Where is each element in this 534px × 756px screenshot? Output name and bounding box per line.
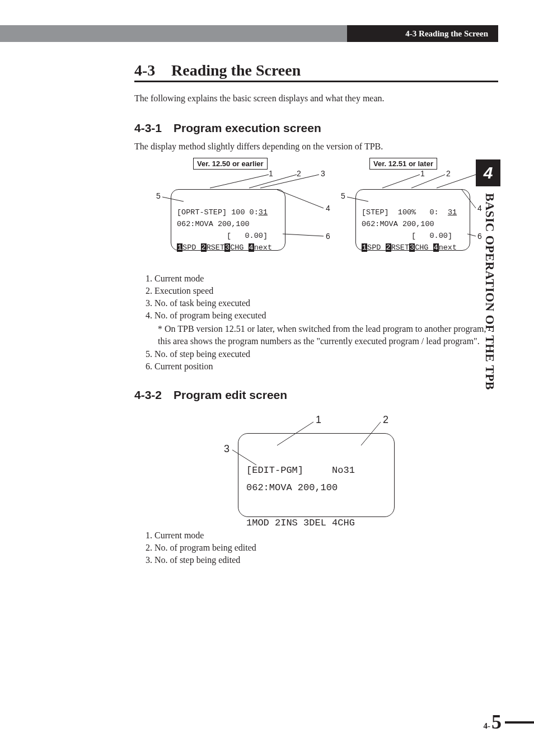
efk3-num: 3 (303, 518, 309, 528)
callout-b4: 4 (477, 204, 482, 213)
fk2b-txt: RSET (391, 243, 409, 252)
exec-legend-2: 5. No. of step being executed 6. Current… (146, 349, 498, 372)
legend-item: 4. No. of program being executed (146, 311, 498, 321)
callout-b5: 5 (341, 191, 345, 200)
lcd-a-line1a: [OPRT-STEP] 100 0: (177, 208, 259, 217)
efk4-num: 4 (332, 518, 338, 528)
fk3b-txt: CHG (415, 243, 433, 252)
intro-paragraph: The following explains the basic screen … (134, 92, 498, 105)
legend-item: 5. No. of step being executed (146, 349, 498, 359)
callout-3: 3 (321, 169, 325, 178)
fk4-txt: next (254, 243, 272, 252)
svg-line-7 (411, 175, 445, 188)
svg-line-0 (210, 175, 269, 188)
running-head: 4-3 Reading the Screen (347, 25, 498, 42)
callout-4: 4 (326, 204, 330, 213)
efk2-num: 2 (275, 518, 280, 528)
version-label-b: Ver. 12.51 or later (369, 158, 437, 170)
callout-e2: 2 (383, 414, 388, 426)
subsection-title-2: Program edit screen (174, 388, 287, 402)
fk4b-num: 4 (433, 243, 439, 252)
subsection-intro: The display method slightly differs depe… (134, 140, 498, 153)
callout-b6: 6 (477, 232, 482, 241)
callout-6: 6 (326, 232, 330, 241)
legend-item: 1. Current mode (146, 274, 498, 284)
efk1-txt: MOD (252, 518, 275, 528)
lcd-e-line1a: [EDIT-PGM] (246, 465, 332, 476)
lcd-a-line1b: 31 (259, 208, 268, 217)
efk1-num: 1 (246, 518, 252, 528)
efk3-txt: DEL (309, 518, 332, 528)
edit-legend: 1. Current mode 2. No. of program being … (146, 530, 498, 565)
callout-e3: 3 (224, 443, 229, 455)
edit-screen-diagram: [EDIT-PGM] No31 062:MOVA 200,100 1MOD 2I… (134, 412, 498, 524)
efk4-txt: CHG (338, 518, 355, 528)
exec-legend: 1. Current mode 2. Execution speed 3. No… (146, 274, 498, 321)
callout-5: 5 (156, 191, 161, 200)
fk3b-num: 3 (409, 243, 415, 252)
callout-1: 1 (269, 169, 273, 178)
fk4-num: 4 (249, 243, 254, 252)
page-prefix: 4- (484, 721, 491, 731)
lcd-a-line3: [ 0.00] (177, 232, 268, 240)
fk2-num: 2 (201, 243, 207, 252)
lcd-b-line1b: 31 (448, 208, 457, 217)
section-title: Reading the Screen (171, 62, 301, 79)
callout-e1: 1 (316, 414, 321, 426)
legend-item: 6. Current position (146, 361, 498, 372)
section-heading: 4-3 Reading the Screen (134, 62, 498, 82)
page-footer-rule (505, 721, 534, 724)
legend-item: 3. No. of task being executed (146, 298, 498, 308)
top-bar-gray (0, 25, 347, 42)
fk2-txt: RSET (207, 243, 224, 252)
subsection-number-2: 4-3-2 (134, 388, 174, 402)
svg-line-8 (437, 175, 476, 188)
fk3-txt: CHG (230, 243, 248, 252)
lcd-b-line3: [ 0.00] (362, 232, 452, 240)
fk1b-txt: SPD (367, 243, 385, 252)
lcd-b-line1a: [STEP] 100% 0: (362, 208, 448, 217)
subsection-number: 4-3-1 (134, 121, 174, 135)
efk2-txt: INS (280, 518, 303, 528)
fk1-txt: SPD (182, 243, 200, 252)
legend-item: 1. Current mode (146, 530, 498, 541)
top-bar: 4-3 Reading the Screen (0, 25, 534, 42)
lcd-e-line2: 062:MOVA 200,100 (246, 482, 338, 493)
legend-item: 2. Execution speed (146, 286, 498, 296)
legend-note: * On TPB version 12.51 or later, when sw… (158, 323, 498, 347)
subsection-title: Program execution screen (174, 121, 321, 135)
page-num: 5 (491, 710, 502, 734)
lcd-screen-a: [OPRT-STEP] 100 0:31 062:MOVA 200,100 [ … (171, 189, 285, 251)
callout-2: 2 (297, 169, 301, 178)
subsection-heading: 4-3-1 Program execution screen (134, 121, 498, 135)
exec-screen-diagrams: Ver. 12.50 or earlier [OPRT-STEP] 100 0:… (134, 158, 498, 267)
lcd-a-line2: 062:MOVA 200,100 (177, 220, 250, 228)
lcd-screen-b: [STEP] 100% 0: 31 062:MOVA 200,100 [ 0.0… (355, 189, 470, 251)
svg-line-6 (382, 175, 420, 188)
legend-item: 3. No. of step being edited (146, 555, 498, 565)
page-number: 4- 5 (484, 710, 502, 734)
subsection-heading-2: 4-3-2 Program edit screen (134, 388, 498, 402)
legend-item: 2. No. of program being edited (146, 543, 498, 553)
fk4b-txt: next (439, 243, 457, 252)
fk1b-num: 1 (362, 243, 367, 252)
lcd-b-line2: 062:MOVA 200,100 (362, 220, 434, 228)
fk1-num: 1 (177, 243, 182, 252)
callout-b3: 3 (477, 169, 482, 178)
svg-line-5 (283, 234, 324, 236)
fk3-num: 3 (224, 243, 230, 252)
lcd-edit-screen: [EDIT-PGM] No31 062:MOVA 200,100 1MOD 2I… (238, 433, 395, 517)
version-label-a: Ver. 12.50 or earlier (193, 158, 268, 170)
callout-b2: 2 (446, 169, 451, 178)
lcd-e-line1b: No31 (332, 465, 355, 476)
fk2b-num: 2 (386, 243, 391, 252)
callout-b1: 1 (420, 169, 425, 178)
section-number: 4-3 (134, 62, 171, 79)
